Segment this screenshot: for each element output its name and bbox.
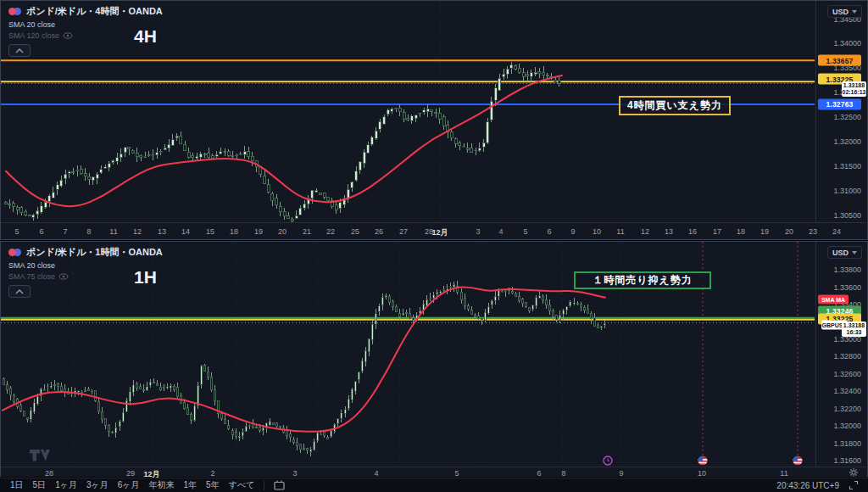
range-button-5日[interactable]: 5日 [33,479,47,491]
time-tick: 6 [537,469,541,478]
status-clock[interactable]: 20:43:26 UTC+9 [776,481,839,490]
sma-line[interactable] [3,288,605,432]
price-tick: 1.32600 [833,370,861,378]
time-tick: 13 [665,227,673,236]
currency-selector-4h[interactable]: USD [827,5,862,18]
time-tick: 19 [760,227,769,236]
toolbar-right: 20:43:26 UTC+9 [776,481,858,490]
time-tick: 27 [399,227,408,236]
price-axis-4h[interactable]: 1.345001.340001.335001.330001.325001.320… [815,1,867,222]
price-tick: 1.31000 [833,187,861,195]
time-tick: 11 [780,469,787,478]
indicator-sma20[interactable]: SMA 20 close [8,20,163,29]
time-tick: 21 [303,227,311,236]
price-tick: 1.33800 [833,266,861,274]
chart-header-1h: ポンド/米ドル・1時間・OANDA SMA 20 close SMA 75 cl… [8,246,163,298]
range-button-3ヶ月[interactable]: 3ヶ月 [86,479,108,491]
chevron-up-icon [15,48,24,53]
candles [3,281,605,456]
price-tick: 1.30500 [833,211,861,220]
toolbar-divider [264,481,264,490]
event-flag-icon[interactable] [698,456,708,466]
time-tick: 23 [809,227,817,236]
level-price-label: 1.33657 [818,55,861,66]
price-axis-1h[interactable]: 1.338001.336001.334001.332001.330001.328… [815,242,867,467]
range-button-年初来[interactable]: 年初来 [149,479,175,491]
time-tick: 15 [206,227,214,236]
time-tick: 7 [63,227,67,236]
time-tick: 6 [39,227,43,236]
range-buttons: 1日5日1ヶ月3ヶ月6ヶ月年初来1年5年すべて [10,479,254,491]
range-button-すべて[interactable]: すべて [229,479,255,491]
level-price-label: 1.32763 [818,98,861,109]
time-tick: 26 [375,227,383,236]
time-tick: 19 [254,227,263,236]
chart-pane-1h[interactable]: 1H １時間売り抑え勢力 ポンド/米ドル・1時間・OANDA SMA 20 cl… [0,241,868,477]
indicator-sma20[interactable]: SMA 20 close [8,261,163,270]
indicator-sma75[interactable]: SMA 75 close [8,272,163,281]
chart-pane-4h[interactable]: 4H 4時間買い支え勢力 ポンド/米ドル・4時間・OANDA SMA 20 cl… [0,0,868,240]
range-button-1日[interactable]: 1日 [10,479,24,491]
time-tick: 20 [785,227,793,236]
axis-settings-gear-icon[interactable] [849,467,859,478]
collapse-indicators-button[interactable] [8,285,31,298]
time-axis-1h[interactable]: 282912月23456891011 [1,467,866,477]
price-tick: 1.33600 [833,283,861,292]
time-tick: 11 [109,227,117,236]
candles [4,62,560,222]
time-tick: 14 [181,227,190,236]
annotation-text: １時間売り抑え勢力 [593,273,693,288]
time-tick: 2 [210,469,214,478]
time-tick: 24 [832,227,841,236]
sma-line[interactable] [6,75,562,206]
time-tick: 28 [45,469,53,478]
eye-icon[interactable] [58,273,69,280]
price-tick: 1.32800 [833,352,861,361]
go-to-date-calendar-icon[interactable] [274,480,285,490]
chevron-up-icon [15,289,24,294]
range-toolbar: 1日5日1ヶ月3ヶ月6ヶ月年初来1年5年すべて 20:43:26 UTC+9 [0,478,868,492]
last-price-countdown-label: 1.3318802:16:13 [842,81,866,97]
tradingview-logo[interactable] [29,448,53,461]
range-button-1年[interactable]: 1年 [184,479,198,491]
eye-icon[interactable] [63,32,73,39]
symbol-title-row[interactable]: ポンド/米ドル・4時間・OANDA [8,5,163,18]
time-tick: 8 [561,469,565,478]
event-flag-icon[interactable] [793,456,803,466]
chevron-down-icon [852,251,857,254]
time-axis-4h[interactable]: 5678111213141518192021222526272812月34569… [1,222,866,239]
time-tick: 29 [126,469,135,478]
price-tick: 1.34000 [833,39,861,48]
range-button-6ヶ月[interactable]: 6ヶ月 [118,479,140,491]
time-tick: 25 [351,227,359,236]
range-button-1ヶ月[interactable]: 1ヶ月 [55,479,77,491]
price-tick: 1.32000 [833,422,861,430]
time-tick: 3 [476,227,480,236]
indicator-sma120[interactable]: SMA 120 close [8,31,163,40]
time-tick: 10 [698,469,706,478]
event-clock-icon[interactable] [604,456,612,465]
price-tick: 1.31600 [833,456,861,465]
range-button-5年[interactable]: 5年 [206,479,220,491]
symbol-title-row[interactable]: ポンド/米ドル・1時間・OANDA [8,246,163,259]
time-tick: 10 [593,227,601,236]
time-tick: 18 [230,227,238,236]
annotation-1h-sell-pressure[interactable]: １時間売り抑え勢力 [574,271,711,289]
currency-selector-1h[interactable]: USD [827,246,862,259]
time-tick: 20 [278,227,287,236]
price-tick: 1.32500 [833,113,861,121]
annotation-4h-buy-support[interactable]: 4時間買い支え勢力 [619,96,731,115]
collapse-indicators-button[interactable] [8,44,31,57]
time-tick: 5 [454,469,459,478]
chart-title: ポンド/米ドル・4時間・OANDA [26,5,163,18]
price-tick: 1.32400 [833,387,861,395]
time-tick: 5 [523,227,527,236]
tradingview-workspace: 4H 4時間買い支え勢力 ポンド/米ドル・4時間・OANDA SMA 20 cl… [0,0,868,492]
sma-price-tag: SMA MA [818,294,849,304]
chart-title: ポンド/米ドル・1時間・OANDA [26,246,163,259]
time-tick: 13 [158,227,166,236]
time-tick: 12 [133,227,142,236]
annotation-text: 4時間買い支え勢力 [627,98,722,113]
fullscreen-expand-icon[interactable] [849,481,858,489]
currency-pair-icon [8,249,22,257]
